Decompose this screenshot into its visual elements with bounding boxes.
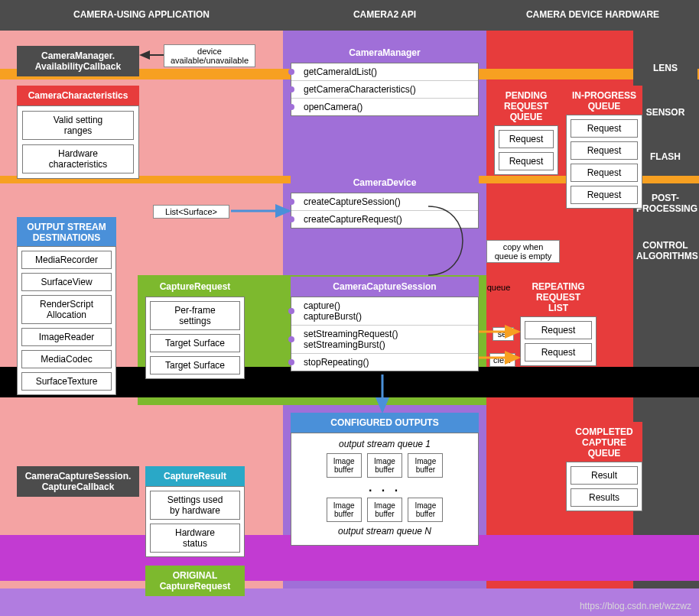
repeat-req-1: Request (525, 343, 592, 361)
repeating-list-header: REPEATING REQUEST LIST (520, 277, 597, 318)
camera-manager-panel: getCameraIdList() getCameraCharacteristi… (291, 63, 479, 116)
capres-item-0: Settings used by hardware (150, 491, 240, 520)
imgbuf-1-0: Image buffer (327, 453, 362, 478)
original-capture-request-box: ORIGINAL CaptureRequest (145, 566, 245, 596)
cm-method-2: openCamera() (291, 98, 478, 115)
camera-characteristics-panel: Valid setting ranges Hardware characteri… (17, 105, 139, 179)
hw-label-lens: LENS (633, 55, 697, 81)
section-title-api: CAMERA2 API (283, 9, 486, 20)
camera-characteristics-header: CameraCharacteristics (17, 86, 139, 105)
cs-method-0: capture() captureBurst() (291, 297, 478, 325)
capture-request-panel: Per-frame settings Target Surface Target… (145, 297, 245, 379)
camera-capture-session-panel: capture() captureBurst() setStreamingReq… (291, 297, 479, 371)
cs-method-2: stopRepeating() (291, 353, 478, 371)
imgbuf-n-1: Image buffer (367, 498, 402, 522)
stream-queue-1-row: Image buffer Image buffer Image buffer (296, 452, 473, 479)
cam-char-item-0: Valid setting ranges (22, 111, 134, 140)
pending-req-0: Request (499, 130, 554, 148)
dest-item-2: RenderScript Allocation (21, 295, 112, 324)
dest-item-3: ImageReader (21, 328, 112, 346)
imgbuf-n-2: Image buffer (408, 498, 443, 522)
cs-method-1: setStreamingRequest() setStreamingBurst(… (291, 325, 478, 353)
cm-method-1: getCameraCharacteristics() (291, 80, 478, 98)
capture-result-panel: Settings used by hardware Hardware statu… (145, 486, 245, 557)
configured-outputs-header: CONFIGURED OUTPUTS (291, 413, 479, 433)
repeat-req-0: Request (525, 321, 592, 339)
section-title-app: CAMERA-USING APPLICATION (0, 9, 283, 20)
cd-method-1: createCaptureRequest() (291, 210, 478, 228)
queue-label: queue (483, 283, 514, 292)
watermark-text: https://blog.csdn.net/wzzwz (580, 601, 691, 611)
capreq-item-1: Target Surface (150, 334, 240, 352)
section-title-hw: CAMERA DEVICE HARDWARE (486, 9, 699, 20)
capture-callback-box: CameraCaptureSession. CaptureCallback (17, 466, 139, 497)
cam-char-item-1: Hardware characteristics (22, 144, 134, 173)
completed-queue-panel: Result Results (566, 462, 642, 511)
cd-method-0: createCaptureSession() (291, 193, 478, 210)
set-label: set (493, 327, 514, 341)
copy-when-empty-label: copy when queue is empty (486, 240, 560, 263)
dest-item-5: SurfaceTexture (21, 372, 112, 391)
dest-item-1: SurfaceView (21, 273, 112, 291)
inprogress-queue-header: IN-PROGRESS QUEUE (566, 86, 642, 116)
camera-device-header: CameraDevice (291, 173, 479, 193)
pending-queue-panel: Request Request (494, 125, 558, 175)
hw-label-post: POST- PROCESSING (633, 188, 697, 217)
stream-queue-n-label: output stream queue N (296, 524, 473, 539)
inprog-req-0: Request (571, 119, 638, 138)
completed-queue-header: COMPLETED CAPTURE QUEUE (566, 422, 642, 463)
inprog-req-2: Request (571, 164, 638, 182)
imgbuf-1-1: Image buffer (367, 453, 402, 478)
pending-req-1: Request (499, 152, 554, 170)
device-available-label: device available/unavailable (164, 44, 255, 67)
pending-queue-header: PENDING REQUEST QUEUE (494, 86, 558, 127)
camera-capture-session-header: CameraCaptureSession (291, 277, 479, 297)
capture-result-header: CaptureResult (145, 466, 245, 486)
repeating-list-panel: Request Request (520, 316, 597, 366)
capreq-item-0: Per-frame settings (150, 301, 240, 330)
inprogress-queue-panel: Request Request Request Request (566, 115, 642, 209)
stream-queue-ellipsis: . . . (296, 479, 473, 496)
dest-item-0: MediaRecorder (21, 251, 112, 269)
diagram-canvas: CAMERA-USING APPLICATION CAMERA2 API CAM… (0, 0, 699, 616)
hw-label-ctrl: CONTROL ALGORITHMS (633, 235, 697, 264)
camera-manager-header: CameraManager (291, 43, 479, 63)
cm-method-0: getCameraIdList() (291, 63, 478, 80)
camera-device-panel: createCaptureSession() createCaptureRequ… (291, 193, 479, 229)
list-surface-label: List<Surface> (153, 205, 229, 219)
imgbuf-n-0: Image buffer (327, 498, 362, 522)
inprog-req-3: Request (571, 186, 638, 204)
capreq-item-2: Target Surface (150, 356, 240, 374)
capture-request-header: CaptureRequest (145, 277, 245, 297)
stream-queue-n-row: Image buffer Image buffer Image buffer (296, 496, 473, 524)
hw-label-sensor: SENSOR (633, 99, 697, 125)
inprog-req-1: Request (571, 141, 638, 160)
completed-results: Results (571, 488, 638, 507)
clear-label: clear (489, 353, 515, 367)
stream-queue-1-label: output stream queue 1 (296, 436, 473, 452)
configured-outputs-panel: output stream queue 1 Image buffer Image… (291, 433, 479, 546)
dest-item-4: MediaCodec (21, 350, 112, 368)
capres-item-1: Hardware status (150, 524, 240, 553)
hw-label-flash: FLASH (633, 144, 697, 170)
completed-result: Result (571, 466, 638, 485)
output-stream-dest-header: OUTPUT STREAM DESTINATIONS (17, 217, 116, 248)
availability-callback-box: CameraManager. AvailabilityCallback (17, 46, 139, 76)
output-stream-dest-panel: MediaRecorder SurfaceView RenderScript A… (17, 246, 116, 395)
imgbuf-1-2: Image buffer (408, 453, 443, 478)
